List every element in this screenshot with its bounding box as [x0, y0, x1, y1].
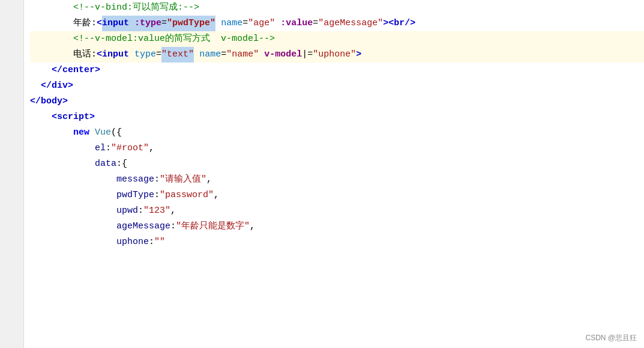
indent-11	[30, 156, 95, 172]
tag-script-open: <	[52, 109, 57, 125]
indent-4	[30, 47, 73, 63]
tag-center-close: </	[52, 63, 62, 78]
tag-body-name: body	[41, 94, 62, 109]
indent-15	[30, 219, 116, 234]
indent-8	[30, 109, 52, 125]
attr-type: type	[134, 47, 156, 63]
tag-center-end: >	[95, 63, 100, 78]
phone-label: 电话:	[73, 47, 97, 63]
code-line-13: pwdType : "password" ,	[30, 188, 644, 203]
attr-val-uphone: "uphone"	[313, 47, 356, 63]
indent-5	[30, 63, 52, 78]
indent-3	[30, 31, 73, 47]
pwdtype-key: pwdType	[116, 188, 154, 203]
upwd-key: upwd	[116, 203, 138, 219]
colon-data: :{	[116, 156, 127, 172]
indent-9	[30, 125, 73, 141]
code-line-9: new Vue ({	[30, 125, 644, 141]
v-bind-value: :value	[280, 16, 313, 31]
colon-pwd: :	[154, 188, 160, 203]
eq3: =	[156, 47, 161, 63]
space1	[215, 16, 221, 31]
code-editor: <!--v-bind:可以简写成:--> 年龄: < input :type="…	[0, 0, 644, 348]
el-key: el	[95, 141, 106, 156]
el-val: "#root"	[111, 141, 149, 156]
code-line-1: <!--v-bind:可以简写成:-->	[30, 0, 644, 16]
tag-script-end: >	[89, 109, 95, 125]
code-content[interactable]: <!--v-bind:可以简写成:--> 年龄: < input :type="…	[24, 0, 644, 348]
comma-el: ,	[149, 141, 154, 156]
tag-input2-close: >	[356, 47, 361, 63]
space3	[129, 47, 134, 63]
code-line-10: el : "#root" ,	[30, 141, 644, 156]
tag-input-open: <	[97, 16, 102, 31]
uphone-val: ""	[154, 234, 165, 250]
indent-2	[30, 16, 73, 31]
message-val: "请输入值"	[160, 172, 206, 188]
code-line-14: upwd : "123" ,	[30, 203, 644, 219]
indent-1	[30, 0, 73, 16]
pwdtype-val: "password"	[160, 188, 214, 203]
tag-body-end: >	[62, 94, 68, 109]
code-line-11: data :{	[30, 156, 644, 172]
kw-new: new	[73, 125, 89, 141]
indent-12	[30, 172, 116, 188]
code-line-16: uphone : ""	[30, 234, 644, 250]
eq4: =	[221, 47, 226, 63]
tag-div-end: >	[68, 78, 73, 94]
indent-6	[30, 78, 41, 94]
colon-upwd: :	[138, 203, 143, 219]
code-area: <!--v-bind:可以简写成:--> 年龄: < input :type="…	[0, 0, 644, 348]
highlight-text-val: "text"	[161, 47, 194, 63]
code-line-8: < script >	[30, 109, 644, 125]
data-key: data	[95, 156, 116, 172]
colon-el: :	[106, 141, 111, 156]
space-vue	[89, 125, 95, 141]
tag-input2-open: <	[97, 47, 102, 63]
eq5: =	[307, 47, 313, 63]
tag-input2-name: input	[102, 47, 129, 63]
attr-name: name	[221, 16, 242, 31]
agemessage-key: ageMessage	[116, 219, 170, 234]
tag-div-name: div	[52, 78, 68, 94]
comma-pwd: ,	[214, 188, 219, 203]
highlight-input-type: input :type="pwdType"	[102, 16, 215, 31]
cursor-bar: |	[302, 47, 307, 63]
tag-input-close1: ><br/>	[383, 16, 415, 31]
paren-open: ({	[111, 125, 122, 141]
code-line-12: message : "请输入值" ,	[30, 172, 644, 188]
uphone-key: uphone	[116, 234, 149, 250]
tag-script-name: script	[57, 109, 89, 125]
colon-uphone: :	[149, 234, 154, 250]
colon-agemsg: :	[170, 219, 176, 234]
vue-constructor: Vue	[95, 125, 111, 141]
comma-agemsg: ,	[250, 219, 255, 234]
eq1: =	[242, 16, 248, 31]
line-numbers	[0, 0, 24, 348]
indent-10	[30, 141, 95, 156]
indent-13	[30, 188, 116, 203]
age-label: 年龄:	[73, 16, 97, 31]
code-line-15: ageMessage : "年龄只能是数字" ,	[30, 219, 644, 234]
code-line-2: 年龄: < input :type="pwdType" name = "age"…	[30, 16, 644, 31]
comment-vbind: <!--v-bind:可以简写成:-->	[73, 0, 199, 16]
code-line-3: <!--v-model:value的简写方式 v-model-->	[30, 31, 644, 47]
code-line-6: </ div >	[30, 78, 644, 94]
comma-upwd: ,	[170, 203, 176, 219]
indent-16	[30, 234, 116, 250]
attr-val-ageMsg: "ageMessage"	[318, 16, 383, 31]
code-line-7: </ body >	[30, 94, 644, 109]
attr-val-age: "age"	[248, 16, 275, 31]
comma-msg: ,	[206, 172, 212, 188]
space2	[275, 16, 280, 31]
attr-name2: name	[199, 47, 221, 63]
indent-14	[30, 203, 116, 219]
eq2: =	[313, 16, 318, 31]
tag-center-name: center	[62, 63, 95, 78]
message-key: message	[116, 172, 154, 188]
agemessage-val: "年龄只能是数字"	[176, 219, 250, 234]
watermark: CSDN @悲且狂	[585, 333, 637, 343]
space5	[259, 47, 264, 63]
code-line-4: 电话: < input type = "text" name = "name" …	[30, 47, 644, 63]
colon-msg: :	[154, 172, 160, 188]
